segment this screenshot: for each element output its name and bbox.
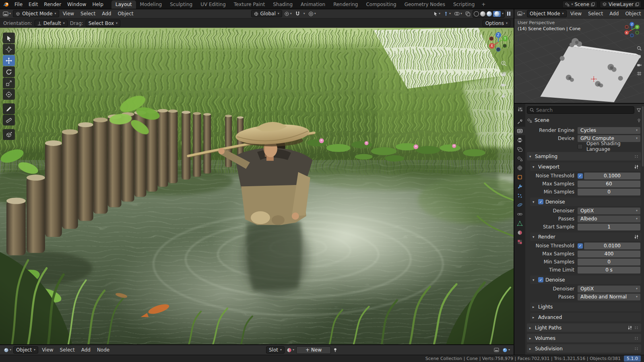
drag-grip-icon[interactable]	[634, 347, 639, 350]
add-workspace-button[interactable]: +	[479, 0, 488, 9]
proportional-editing-toggle[interactable]: ▾	[307, 11, 317, 17]
overlays-toggle[interactable]: ▾	[453, 11, 463, 16]
menu-add[interactable]: Add	[607, 10, 621, 17]
tab-scripting[interactable]: Scripting	[449, 0, 479, 9]
scene-selector[interactable]: ▾ Scene	[562, 1, 597, 8]
start-sample-field[interactable]: 1	[578, 224, 640, 230]
tab-material-icon[interactable]	[515, 228, 525, 237]
noise-threshold-checkbox[interactable]: ✓	[578, 243, 583, 249]
selectability-dropdown[interactable]: ▾	[432, 11, 442, 16]
tab-shading[interactable]: Shading	[269, 0, 297, 9]
presets-icon[interactable]	[627, 325, 632, 330]
navigation-gizmo[interactable]: Z Y X	[623, 21, 641, 39]
drag-grip-icon[interactable]	[634, 337, 639, 340]
tab-modifiers-icon[interactable]	[515, 182, 525, 191]
camera-view-icon[interactable]	[500, 81, 508, 89]
noise-threshold-field[interactable]: 0.1000	[584, 173, 640, 179]
menu-node[interactable]: Node	[94, 346, 112, 354]
render-engine-dropdown[interactable]: Cycles▾	[578, 127, 640, 134]
snap-toggle[interactable]	[294, 11, 301, 17]
pause-icon[interactable]	[506, 11, 512, 16]
tab-texture-paint[interactable]: Texture Paint	[230, 0, 269, 9]
pan-hand-icon[interactable]	[636, 53, 642, 60]
menu-object[interactable]: Object	[622, 10, 644, 17]
slot-dropdown[interactable]: Slot ▾	[266, 346, 285, 354]
new-material-button[interactable]: + New	[296, 346, 331, 354]
tab-compositing[interactable]: Compositing	[362, 0, 400, 9]
volumes-section-header[interactable]: ▸ Volumes	[527, 334, 641, 342]
shader-type-dropdown[interactable]: Object ▾	[13, 346, 38, 354]
lock-icon[interactable]	[500, 92, 508, 100]
viewport-subsection-header[interactable]: ▾ Viewport	[530, 162, 641, 171]
menu-add[interactable]: Add	[99, 10, 114, 17]
orientation-default-dropdown[interactable]: Default ▾	[35, 20, 68, 27]
menu-view[interactable]: View	[60, 10, 77, 17]
transform-tool[interactable]	[3, 89, 15, 100]
noise-threshold-checkbox[interactable]: ✓	[578, 173, 583, 179]
editor-type-button[interactable]: ▾	[516, 11, 526, 16]
time-limit-field[interactable]: 0 s	[578, 267, 640, 274]
tab-rendering[interactable]: Rendering	[329, 0, 362, 9]
editor-type-button[interactable]	[515, 105, 525, 113]
subdivision-section-header[interactable]: ▸ Subdivision	[527, 344, 641, 353]
passes-dropdown[interactable]: Albedo▾	[578, 216, 640, 222]
new-viewlayer-icon[interactable]	[635, 2, 639, 6]
editor-type-button[interactable]: ▾	[2, 347, 12, 353]
presets-icon[interactable]	[634, 234, 639, 239]
menu-select[interactable]: Select	[78, 10, 98, 17]
xray-toggle[interactable]	[464, 11, 472, 17]
wireframe-shading-button[interactable]	[474, 11, 479, 16]
move-tool[interactable]	[3, 55, 15, 66]
viewport-denoise-header[interactable]: ▾ ✓ Denoise	[530, 197, 641, 206]
menu-render[interactable]: Render	[41, 1, 64, 8]
gizmo-toggle[interactable]: ▾	[442, 11, 452, 16]
measure-tool[interactable]	[3, 115, 15, 125]
denoiser-dropdown[interactable]: OptiX▾	[578, 208, 640, 214]
scale-tool[interactable]	[3, 78, 15, 88]
search-input[interactable]	[527, 106, 634, 114]
pivot-point-dropdown[interactable]: ▾	[283, 11, 293, 17]
mode-dropdown[interactable]: Object Mode ▾	[527, 10, 567, 17]
tab-geometry-nodes[interactable]: Geometry Nodes	[400, 0, 449, 9]
menu-view[interactable]: View	[568, 10, 584, 17]
tab-layout[interactable]: Layout	[111, 0, 136, 9]
solid-shading-button[interactable]	[480, 11, 485, 16]
material-preview-button[interactable]	[487, 11, 492, 16]
drag-grip-icon[interactable]	[634, 326, 639, 329]
viewport-3d[interactable]: Z Y X	[0, 28, 514, 344]
blender-logo-icon[interactable]	[2, 1, 10, 8]
overlays-toggle[interactable]: ▾	[501, 347, 511, 353]
browse-material-dropdown[interactable]: ▾	[285, 347, 295, 353]
filter-icon[interactable]	[636, 108, 641, 113]
menu-file[interactable]: File	[12, 1, 25, 8]
transform-orientation-dropdown[interactable]: Global ▾	[251, 10, 282, 17]
menu-object[interactable]: Object	[115, 10, 136, 17]
tab-output-icon[interactable]	[515, 136, 525, 144]
tab-particles-icon[interactable]	[515, 191, 525, 200]
snap-settings-dropdown[interactable]: ▾	[302, 12, 306, 16]
camera-view-icon[interactable]	[636, 62, 642, 68]
light-paths-section-header[interactable]: ▸ Light Paths	[527, 323, 641, 332]
cursor-tool[interactable]	[3, 44, 15, 55]
tab-render-icon[interactable]	[515, 127, 525, 135]
options-dropdown[interactable]: Options ▾	[483, 20, 510, 27]
pan-hand-icon[interactable]	[500, 70, 508, 78]
tab-uv-editing[interactable]: UV Editing	[196, 0, 230, 9]
osl-checkbox[interactable]	[578, 144, 583, 149]
tab-tool-icon[interactable]	[515, 117, 525, 126]
drag-grip-icon[interactable]	[634, 155, 639, 158]
rotate-tool[interactable]	[3, 66, 15, 77]
lights-subsection-header[interactable]: ▸ Lights	[530, 302, 641, 311]
grid-icon[interactable]	[636, 70, 642, 77]
menu-select[interactable]: Select	[57, 346, 78, 354]
denoiser-dropdown[interactable]: OptiX▾	[578, 286, 640, 292]
mode-dropdown[interactable]: Object Mode ▾	[13, 10, 59, 17]
menu-add[interactable]: Add	[78, 346, 93, 354]
tab-object-icon[interactable]	[515, 173, 525, 181]
add-cube-tool[interactable]	[3, 129, 15, 140]
annotate-tool[interactable]	[3, 103, 15, 114]
select-box-tool[interactable]	[3, 33, 15, 43]
tab-sculpting[interactable]: Sculpting	[166, 0, 196, 9]
editor-type-button[interactable]: ▾	[2, 11, 12, 17]
denoise-checkbox[interactable]: ✓	[538, 277, 543, 282]
